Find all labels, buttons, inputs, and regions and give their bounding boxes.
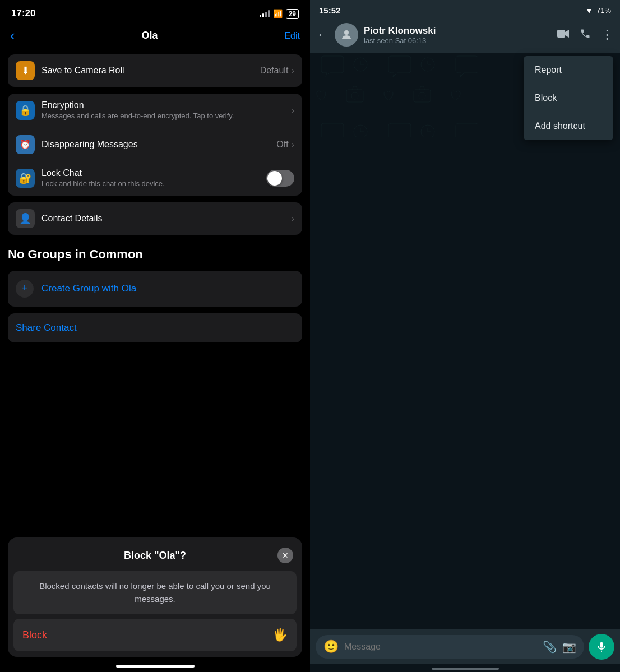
svg-rect-1 bbox=[557, 30, 565, 38]
lock-chat-item[interactable]: 🔐 Lock Chat Lock and hide this chat on t… bbox=[8, 161, 302, 196]
block-modal-body-text: Blocked contacts will no longer be able … bbox=[22, 580, 288, 605]
contact-details-icon: 👤 bbox=[16, 209, 35, 228]
contact-info: Piotr Klonowski last seen Sat 06:13 bbox=[364, 25, 552, 45]
right-status-bar: 15:52 ▼ 71% bbox=[310, 0, 620, 18]
svg-rect-5 bbox=[310, 53, 478, 137]
contact-details-item[interactable]: 👤 Contact Details › bbox=[8, 202, 302, 235]
mic-button[interactable] bbox=[589, 634, 614, 660]
contact-details-chevron-icon: › bbox=[292, 214, 294, 223]
left-back-button[interactable]: ‹ bbox=[10, 27, 15, 44]
svg-rect-6 bbox=[600, 642, 603, 648]
contact-name: Piotr Klonowski bbox=[364, 25, 552, 36]
left-nav-title: Ola bbox=[142, 30, 158, 41]
disappearing-value: Off bbox=[276, 140, 288, 150]
encryption-icon: 🔒 bbox=[16, 101, 35, 120]
phone-call-icon[interactable] bbox=[580, 28, 591, 42]
left-edit-button[interactable]: Edit bbox=[284, 31, 300, 41]
contact-details-group: 👤 Contact Details › bbox=[8, 202, 302, 235]
emoji-icon[interactable]: 🙂 bbox=[323, 639, 339, 654]
svg-point-0 bbox=[344, 30, 349, 35]
encryption-item[interactable]: 🔒 Encryption Messages and calls are end-… bbox=[8, 94, 302, 128]
save-camera-roll-content: Save to Camera Roll bbox=[41, 66, 260, 76]
share-contact-item[interactable]: Share Contact bbox=[8, 313, 302, 342]
create-group-label: Create Group with Ola bbox=[41, 283, 136, 294]
share-contact-group: Share Contact bbox=[8, 313, 302, 342]
disappearing-title: Disappearing Messages bbox=[41, 140, 276, 150]
block-modal: Block "Ola"? ✕ Blocked contacts will no … bbox=[8, 537, 302, 657]
create-group-group: + Create Group with Ola bbox=[8, 271, 302, 307]
block-modal-header: Block "Ola"? ✕ bbox=[8, 537, 302, 571]
right-battery-icon: 71% bbox=[596, 6, 611, 15]
block-modal-overlay: Block "Ola"? ✕ Blocked contacts will no … bbox=[0, 537, 310, 672]
block-modal-title: Block "Ola"? bbox=[33, 550, 277, 562]
right-back-button[interactable]: ← bbox=[317, 27, 329, 42]
signal-bars-icon bbox=[260, 10, 270, 17]
left-status-bar: 17:20 📶 29 bbox=[0, 0, 310, 22]
no-groups-title: No Groups in Common bbox=[0, 238, 310, 267]
lock-chat-subtitle: Lock and hide this chat on this device. bbox=[41, 179, 266, 189]
right-panel: 15:52 ▼ 71% ← Piotr Klonowski last seen … bbox=[310, 0, 620, 672]
lock-chat-content: Lock Chat Lock and hide this chat on thi… bbox=[41, 168, 266, 189]
chevron-icon: › bbox=[292, 66, 294, 75]
attach-icon[interactable]: 📎 bbox=[543, 640, 557, 654]
dropdown-menu: Report Block Add shortcut bbox=[524, 56, 613, 140]
right-home-indicator bbox=[432, 668, 499, 670]
settings-group-2: 🔒 Encryption Messages and calls are end-… bbox=[8, 94, 302, 196]
save-camera-roll-item[interactable]: ⬇ Save to Camera Roll Default › bbox=[8, 54, 302, 87]
left-time: 17:20 bbox=[11, 8, 35, 19]
settings-group-1: ⬇ Save to Camera Roll Default › bbox=[8, 54, 302, 87]
left-home-indicator bbox=[116, 665, 195, 668]
encryption-subtitle: Messages and calls are end-to-end encryp… bbox=[41, 112, 292, 121]
encryption-chevron-icon: › bbox=[292, 106, 294, 115]
lock-chat-title: Lock Chat bbox=[41, 168, 266, 178]
video-call-icon[interactable] bbox=[557, 29, 570, 41]
create-group-item[interactable]: + Create Group with Ola bbox=[8, 271, 302, 307]
disappearing-content: Disappearing Messages bbox=[41, 140, 276, 150]
save-camera-roll-value: Default bbox=[260, 66, 289, 76]
disappearing-messages-icon: ⏰ bbox=[16, 135, 35, 154]
message-input-container: 🙂 📎 📷 bbox=[316, 635, 584, 659]
header-icons: ⋮ bbox=[557, 27, 613, 42]
save-camera-roll-icon: ⬇ bbox=[16, 61, 35, 80]
contact-status: last seen Sat 06:13 bbox=[364, 36, 552, 45]
camera-icon[interactable]: 📷 bbox=[562, 640, 576, 654]
right-time: 15:52 bbox=[319, 6, 340, 15]
left-panel: 17:20 📶 29 ‹ Ola Edit ⬇ Save to bbox=[0, 0, 310, 672]
block-modal-action-button[interactable]: Block 🖐 bbox=[13, 619, 297, 651]
disappearing-messages-item[interactable]: ⏰ Disappearing Messages Off › bbox=[8, 128, 302, 161]
encryption-content: Encryption Messages and calls are end-to… bbox=[41, 100, 292, 121]
right-status-icons: ▼ 71% bbox=[585, 6, 611, 15]
wifi-icon: 📶 bbox=[273, 9, 283, 18]
toggle-knob bbox=[267, 171, 282, 186]
lock-chat-icon: 🔐 bbox=[16, 169, 35, 188]
dropdown-report-item[interactable]: Report bbox=[524, 56, 613, 84]
battery-status: 29 bbox=[286, 10, 299, 18]
dropdown-block-item[interactable]: Block bbox=[524, 84, 613, 112]
right-wifi-icon: ▼ bbox=[585, 6, 593, 15]
block-hand-icon: 🖐 bbox=[272, 628, 288, 642]
block-button-label: Block bbox=[22, 629, 47, 641]
dropdown-add-shortcut-item[interactable]: Add shortcut bbox=[524, 112, 613, 140]
right-header: ← Piotr Klonowski last seen Sat 06:13 bbox=[310, 18, 620, 53]
chat-pattern bbox=[310, 53, 478, 137]
left-nav: ‹ Ola Edit bbox=[0, 22, 310, 51]
left-status-icons: 📶 29 bbox=[260, 9, 299, 18]
encryption-title: Encryption bbox=[41, 100, 292, 110]
disappearing-chevron-icon: › bbox=[292, 140, 294, 149]
block-modal-body: Blocked contacts will no longer be able … bbox=[13, 571, 297, 614]
chat-input-bar: 🙂 📎 📷 bbox=[310, 629, 620, 664]
contact-details-content: Contact Details bbox=[41, 214, 292, 224]
contact-details-title: Contact Details bbox=[41, 214, 292, 224]
more-options-icon[interactable]: ⋮ bbox=[601, 27, 613, 42]
block-modal-close-button[interactable]: ✕ bbox=[277, 548, 293, 563]
save-camera-roll-title: Save to Camera Roll bbox=[41, 66, 260, 76]
lock-chat-toggle[interactable] bbox=[266, 170, 294, 187]
create-group-plus-icon: + bbox=[16, 280, 34, 298]
message-input[interactable] bbox=[344, 642, 537, 652]
avatar bbox=[335, 23, 358, 47]
